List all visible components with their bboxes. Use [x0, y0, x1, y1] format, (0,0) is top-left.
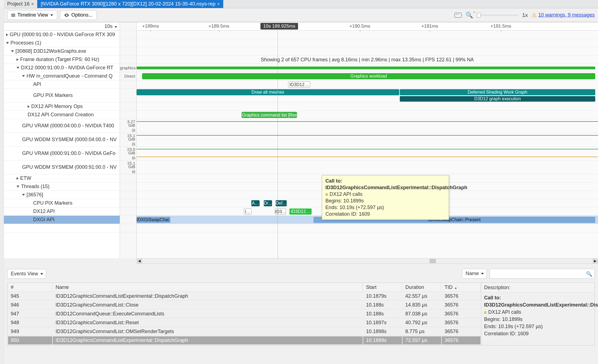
tree-row-api[interactable]: API — [4, 80, 120, 89]
axis-gutter: graphics Direct 3.27 GiB0i 15.1 GiB0i 23… — [120, 22, 137, 258]
table-row[interactable]: 949ID3D12GraphicsCommandList::OMSetRende… — [8, 328, 481, 336]
expand-icon[interactable] — [17, 177, 19, 180]
close-icon[interactable]: × — [31, 2, 34, 7]
tree-row-wddm2[interactable]: GPU WDDM SYSMEM (0000:91:00.0 - NV — [4, 160, 120, 174]
burger-icon — [11, 15, 15, 15]
tree-row-tid[interactable]: [36576] — [4, 191, 120, 199]
workload-bar[interactable]: Graphics workload — [142, 73, 595, 79]
col-num[interactable]: # — [8, 283, 52, 292]
search-icon: 🔍 — [586, 271, 592, 277]
col-start[interactable]: Start — [363, 283, 402, 292]
api-bar[interactable]: ID3… — [275, 209, 286, 215]
tree-row-dxgiapi[interactable]: DXGI API — [4, 216, 120, 224]
api-bar[interactable]: I… — [244, 209, 252, 215]
time-cursor — [278, 31, 278, 258]
pix-bar[interactable]: Def… — [276, 200, 287, 206]
collapse-icon[interactable] — [22, 75, 25, 77]
caret-down-icon — [40, 273, 43, 275]
tree-row-etw[interactable]: ETW — [4, 174, 120, 183]
tree-row[interactable] — [4, 224, 120, 232]
graphics-bar[interactable] — [137, 67, 595, 69]
tab-label: [NVIDIA GeForce RTX 3090][1280 x 720][DX… — [41, 1, 215, 7]
zoom-level-label: 1x — [522, 12, 528, 18]
eye-icon — [64, 13, 69, 17]
tree-row-hwq[interactable]: HW m_commandQueue - Command Q — [4, 72, 120, 80]
timeline-canvas[interactable]: +189ms +189.5ms 10s 189.925ms +190.5ms +… — [137, 22, 598, 258]
tree-row-wddm1[interactable]: GPU WDDM SYSMEM (0000:04:00.0 - NV — [4, 133, 120, 147]
slider-thumb[interactable] — [477, 13, 481, 17]
tree-row-processes[interactable]: Processes (1) — [4, 39, 120, 47]
tab-project[interactable]: Project 16 × — [4, 0, 37, 8]
col-tid[interactable]: TID — [442, 283, 481, 292]
scale-label: 10s — [105, 23, 113, 29]
tree-row-pix[interactable]: GPU PIX Markers — [4, 89, 120, 102]
tree-row-vram2[interactable]: GPU VRAM (0000:91:00.0 - NVIDIA GeFo — [4, 147, 120, 160]
timeline-view-dropdown[interactable]: Timeline View — [7, 10, 57, 20]
options-button[interactable]: Options... — [60, 10, 97, 20]
zoom-out-icon[interactable]: 🔍− — [466, 12, 473, 19]
color-swatch-icon — [325, 193, 328, 196]
ruler-tick: +189.5ms — [208, 23, 229, 29]
collapse-icon[interactable] — [22, 194, 25, 196]
table-row[interactable]: 947ID3D12CommandQueue::ExecuteCommandLis… — [8, 310, 481, 318]
tree-row-dx12api[interactable]: DX12 API — [4, 207, 120, 216]
horizontal-scrollbar[interactable]: ◀ ▶ — [137, 258, 598, 264]
tab-label: Project 16 — [7, 1, 30, 7]
cmdlist-bar[interactable]: Graphics command list [Res… — [242, 112, 297, 118]
collapse-icon[interactable] — [6, 42, 9, 44]
event-tooltip: Call to: ID3D12GraphicsCommandListExperi… — [322, 175, 449, 220]
tree-row-cpu-pix[interactable]: CPU PIX Markers — [4, 199, 120, 207]
filter-by-dropdown[interactable]: Name — [462, 269, 487, 279]
warnings-link[interactable]: 10 warnings, 9 messages — [538, 12, 595, 18]
tree-row-threads[interactable]: Threads (15) — [4, 183, 120, 191]
scrollbar-thumb[interactable] — [430, 259, 436, 263]
scroll-left-button[interactable]: ◀ — [137, 259, 142, 263]
pix-bar[interactable]: A… — [251, 200, 260, 206]
expand-icon[interactable] — [28, 105, 30, 108]
events-view-dropdown[interactable]: Events View — [7, 269, 46, 279]
api-bar[interactable]: ID3D12… — [289, 209, 312, 215]
collapse-icon[interactable] — [17, 67, 19, 69]
table-row[interactable]: 945ID3D12GraphicsCommandListExperimental… — [8, 292, 481, 300]
expand-icon[interactable] — [17, 58, 19, 61]
tree-header: 10s — [4, 22, 120, 31]
search-input[interactable]: 🔍 — [490, 269, 595, 279]
tree-row-gpu[interactable]: GPU (0000:91:00.0 - NVIDIA GeForce RTX 3… — [4, 31, 120, 39]
events-panel: Events View Name 🔍 # Name Start Duration… — [4, 264, 598, 345]
table-row[interactable]: 946ID3D12GraphicsCommandList::Close10.18… — [8, 301, 481, 309]
ruler-tick: +189ms — [142, 23, 159, 29]
timeline-tree[interactable]: 10s GPU (0000:91:00.0 - NVIDIA GeForce R… — [4, 22, 120, 258]
dxgi-bar[interactable]: IDXGISwapChai… — [137, 217, 170, 223]
table-row[interactable]: 948ID3D12GraphicsCommandList::Reset10.18… — [8, 319, 481, 327]
expand-icon[interactable] — [6, 33, 8, 36]
timeline-view-label: Timeline View — [17, 12, 48, 18]
left-gutter — [0, 8, 4, 364]
ruler-tick: +190.5ms — [349, 23, 370, 29]
col-duration[interactable]: Duration — [403, 283, 441, 292]
caret-down-icon[interactable] — [115, 26, 117, 28]
scroll-right-button[interactable]: ▶ — [592, 259, 598, 263]
tab-report[interactable]: [NVIDIA GeForce RTX 3090][1280 x 720][DX… — [37, 0, 223, 8]
zoom-slider[interactable] — [477, 15, 518, 16]
collapse-icon[interactable] — [17, 186, 19, 188]
tree-row-dx12[interactable]: DX12 0000:91:00.0 - NVIDIA GeForce RT — [4, 64, 120, 72]
events-table[interactable]: # Name Start Duration TID 945ID3D12Graph… — [7, 283, 481, 345]
pix-bar[interactable]: Dr… — [264, 200, 272, 206]
col-name[interactable]: Name — [53, 283, 363, 292]
tree-row-memops[interactable]: DX12 API Memory Ops — [4, 102, 120, 111]
app-tab-bar: Project 16 × [NVIDIA GeForce RTX 3090][1… — [4, 0, 598, 8]
time-ruler[interactable]: +189ms +189.5ms 10s 189.925ms +190.5ms +… — [137, 22, 598, 31]
tree-row-frame-duration[interactable]: Frame duration (Target FPS: 60 Hz) — [4, 56, 120, 64]
table-row[interactable]: 950ID3D12GraphicsCommandListExperimental… — [8, 336, 481, 345]
api-call-bar[interactable]: ID3D12… — [288, 81, 310, 88]
close-icon[interactable]: × — [217, 2, 220, 7]
tree-row-vram1[interactable]: GPU VRAM (0000:04:00.0 - NVIDIA T400 — [4, 119, 120, 133]
description-panel: Description: Call to: ID3D12GraphicsComm… — [481, 283, 595, 345]
tree-row-process[interactable]: [30868] D3D12WorkGraphs.exe — [4, 47, 120, 56]
keyboard-icon[interactable] — [455, 13, 462, 18]
pix-marker-bar[interactable]: D3D12 graph execution — [400, 96, 595, 102]
tree-row-cmdcreate[interactable]: DX12 API Command Creation — [4, 111, 120, 119]
collapse-icon[interactable] — [11, 50, 14, 52]
pix-marker-bar[interactable]: Deferred Shading Work Graph — [400, 89, 595, 95]
pix-marker-bar[interactable]: Draw all meshes — [137, 89, 399, 95]
